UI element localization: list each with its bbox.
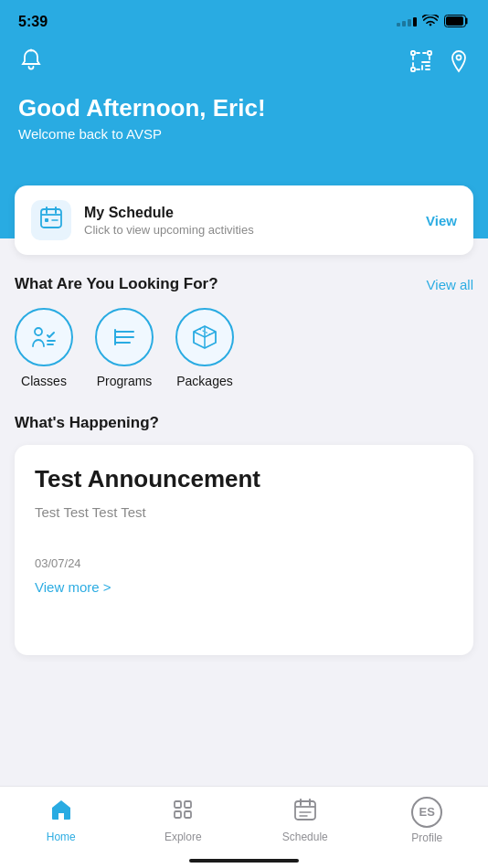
view-all-button[interactable]: View all: [427, 277, 473, 292]
home-icon: [49, 798, 73, 827]
bell-icon[interactable]: [18, 48, 44, 79]
bottom-nav: Home Explore Schedule: [0, 786, 488, 868]
announcement-title: Test Announcement: [35, 465, 453, 493]
schedule-title: My Schedule: [84, 205, 254, 221]
nav-schedule[interactable]: Schedule: [278, 798, 333, 843]
packages-label: Packages: [176, 374, 232, 388]
svg-rect-35: [185, 811, 191, 818]
svg-rect-1: [446, 16, 463, 26]
category-packages[interactable]: Packages: [175, 308, 234, 388]
categories-row: Classes Programs: [15, 308, 473, 388]
svg-rect-5: [411, 68, 415, 71]
explore-icon: [171, 798, 195, 827]
nav-profile[interactable]: ES Profile: [399, 797, 454, 844]
svg-rect-21: [45, 218, 48, 222]
greeting-title: Good Afternoon, Eric!: [18, 94, 470, 122]
header-right-icons: [409, 49, 470, 79]
signal-icon: [397, 17, 417, 26]
announcement-card[interactable]: Test Announcement Test Test Test Test 03…: [15, 445, 473, 655]
programs-icon-circle: [95, 308, 154, 366]
announcement-view-more[interactable]: View more >: [35, 579, 453, 595]
schedule-subtitle: Click to view upcoming activities: [84, 223, 254, 237]
greeting-subtitle: Welcome back to AVSP: [18, 126, 470, 142]
packages-icon-circle: [175, 308, 234, 366]
schedule-card-wrapper: My Schedule Click to view upcoming activ…: [0, 169, 488, 238]
looking-for-section-header: What Are You Looking For? View all: [15, 275, 473, 293]
schedule-card-text: My Schedule Click to view upcoming activ…: [84, 205, 254, 237]
status-time: 5:39: [18, 14, 48, 30]
barcode-icon[interactable]: [409, 49, 433, 79]
schedule-view-button[interactable]: View: [426, 213, 457, 228]
happening-title: What's Happening?: [15, 414, 473, 432]
svg-rect-4: [428, 51, 431, 55]
svg-rect-36: [295, 801, 315, 820]
svg-rect-34: [175, 811, 181, 818]
svg-rect-33: [185, 801, 191, 808]
svg-point-16: [457, 55, 461, 59]
wifi-icon: [422, 15, 439, 30]
profile-avatar: ES: [411, 797, 442, 828]
main-content: What Are You Looking For? View all Class…: [0, 238, 488, 746]
header: Good Afternoon, Eric! Welcome back to AV…: [0, 40, 488, 169]
looking-for-title: What Are You Looking For?: [15, 275, 218, 293]
nav-explore[interactable]: Explore: [155, 798, 210, 843]
home-indicator: [189, 859, 299, 863]
classes-icon-circle: [15, 308, 73, 366]
svg-rect-3: [411, 51, 415, 55]
home-label: Home: [47, 831, 76, 843]
svg-point-2: [30, 49, 33, 52]
status-icons: [397, 15, 470, 30]
svg-rect-32: [175, 801, 181, 808]
calendar-icon: [39, 206, 63, 235]
category-programs[interactable]: Programs: [95, 308, 154, 388]
announcement-date: 03/07/24: [35, 556, 453, 570]
programs-label: Programs: [97, 374, 153, 388]
battery-icon: [444, 15, 470, 30]
category-classes[interactable]: Classes: [15, 308, 73, 388]
svg-rect-17: [41, 209, 61, 228]
profile-label: Profile: [411, 831, 442, 844]
announcement-body: Test Test Test Test: [35, 504, 453, 520]
schedule-card[interactable]: My Schedule Click to view upcoming activ…: [15, 185, 473, 255]
classes-label: Classes: [21, 374, 67, 388]
schedule-nav-icon: [293, 798, 317, 827]
svg-point-23: [35, 328, 42, 335]
header-actions: [18, 48, 470, 79]
nav-home[interactable]: Home: [34, 798, 89, 843]
schedule-card-left: My Schedule Click to view upcoming activ…: [31, 200, 254, 240]
schedule-icon-wrap: [31, 200, 71, 240]
status-bar: 5:39: [0, 0, 488, 40]
explore-label: Explore: [164, 831, 202, 843]
location-icon[interactable]: [448, 49, 470, 79]
schedule-label: Schedule: [282, 831, 328, 843]
